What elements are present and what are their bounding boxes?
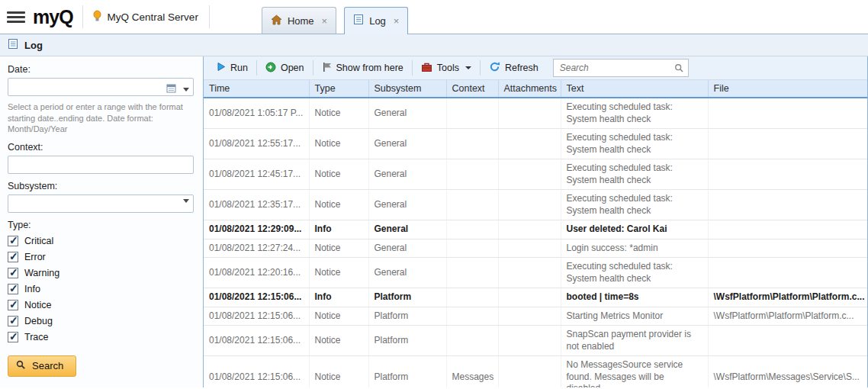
column-header-file[interactable]: File	[708, 80, 867, 98]
cell-time: 01/08/2021 12:35:17...	[204, 190, 309, 220]
type-checkbox-debug[interactable]: Debug	[8, 313, 194, 330]
tab-home[interactable]: Home ×	[262, 7, 336, 34]
cell-attachments	[498, 220, 561, 240]
date-field	[8, 78, 194, 96]
tab-log[interactable]: Log ×	[344, 7, 408, 34]
table-row[interactable]: 01/08/2021 12:15:06...InfoPlatformbooted…	[204, 288, 867, 307]
checkbox-critical[interactable]	[8, 236, 18, 246]
menu-icon[interactable]	[7, 11, 25, 23]
date-help-text: Select a period or enter a range with th…	[8, 101, 194, 135]
type-checkbox-warning[interactable]: Warning	[8, 265, 194, 281]
subsystem-select[interactable]	[8, 194, 194, 213]
type-option-label: Info	[24, 284, 40, 294]
cell-subsystem: Platform	[368, 307, 446, 326]
type-filter-list: CriticalErrorWarningInfoNoticeDebugTrace	[8, 233, 194, 346]
cell-subsystem: General	[368, 159, 446, 190]
cell-file	[708, 220, 867, 240]
cell-text: Executing scheduled task: System health …	[561, 98, 708, 129]
type-checkbox-error[interactable]: Error	[8, 249, 194, 265]
column-header-attachments[interactable]: Attachments	[498, 80, 561, 98]
table-row[interactable]: 01/08/2021 12:15:06...NoticePlatformSnap…	[204, 326, 867, 356]
cell-file	[708, 159, 867, 190]
type-checkbox-info[interactable]: Info	[8, 281, 194, 297]
toolbox-icon	[421, 62, 432, 75]
table-row[interactable]: 01/08/2021 12:15:06...NoticePlatformMess…	[204, 356, 867, 388]
cell-text: User deleted: Carol Kai	[561, 220, 708, 240]
table-row[interactable]: 01/08/2021 12:45:17...NoticeGeneralExecu…	[204, 159, 867, 190]
divider	[82, 5, 83, 28]
magnifier-icon	[674, 63, 684, 76]
column-header-type[interactable]: Type	[309, 80, 368, 98]
log-table-container[interactable]: TimeTypeSubsystemContextAttachmentsTextF…	[204, 80, 867, 387]
cell-context	[446, 98, 498, 129]
cell-text: Executing scheduled task: System health …	[561, 190, 708, 220]
column-header-subsystem[interactable]: Subsystem	[368, 80, 446, 98]
checkbox-info[interactable]	[8, 284, 18, 294]
cell-type: Notice	[309, 258, 368, 288]
column-header-time[interactable]: Time	[204, 80, 309, 98]
cell-text: No MessagesSource service found. Message…	[561, 356, 708, 388]
tab-strip: Home × Log ×	[262, 7, 409, 34]
checkbox-warning[interactable]	[8, 268, 18, 278]
cell-file	[708, 190, 867, 220]
cell-type: Notice	[309, 307, 368, 326]
cell-attachments	[498, 159, 561, 190]
type-option-label: Notice	[24, 300, 51, 310]
search-button[interactable]: Search	[8, 355, 76, 377]
cell-context	[446, 239, 498, 258]
cell-text: Executing scheduled task: System health …	[561, 129, 708, 159]
checkbox-trace[interactable]	[8, 332, 18, 342]
table-row[interactable]: 01/08/2021 12:15:06...NoticePlatformStar…	[204, 307, 867, 326]
type-option-label: Error	[24, 252, 46, 262]
log-table-body: 01/08/2021 1:05:17 P...NoticeGeneralExec…	[204, 98, 867, 387]
show-from-here-button[interactable]: Show from here	[315, 59, 410, 78]
cell-file	[708, 129, 867, 159]
cell-context: Messages	[446, 356, 498, 388]
table-row[interactable]: 01/08/2021 1:05:17 P...NoticeGeneralExec…	[204, 98, 867, 129]
type-option-label: Warning	[24, 268, 59, 278]
server-name-label: MyQ Central Server	[108, 11, 198, 23]
type-checkbox-trace[interactable]: Trace	[8, 330, 194, 346]
cell-file	[708, 98, 867, 129]
cell-subsystem: General	[368, 258, 446, 288]
context-input[interactable]	[8, 156, 194, 174]
open-button[interactable]: Open	[259, 59, 311, 78]
checkbox-notice[interactable]	[8, 300, 18, 310]
subsystem-dropdown-icon[interactable]	[183, 199, 189, 203]
cell-subsystem: General	[368, 98, 446, 129]
log-search-input[interactable]	[553, 59, 689, 77]
date-dropdown-icon[interactable]	[183, 88, 189, 92]
cell-type: Notice	[309, 129, 368, 159]
checkbox-debug[interactable]	[8, 316, 18, 326]
cell-time: 01/08/2021 12:15:06...	[204, 288, 309, 307]
column-header-text[interactable]: Text	[561, 80, 708, 98]
cell-context	[446, 159, 498, 190]
run-button[interactable]: Run	[210, 59, 255, 77]
filter-sidebar: Date: Select a period or enter a range w…	[0, 56, 203, 387]
top-bar: myQ MyQ Central Server Home × Log ×	[0, 0, 868, 34]
tab-home-close-icon[interactable]: ×	[322, 15, 328, 27]
log-search-field	[553, 59, 689, 77]
type-checkbox-critical[interactable]: Critical	[8, 233, 194, 249]
table-row[interactable]: 01/08/2021 12:29:09...InfoGeneralUser de…	[204, 220, 867, 240]
table-row[interactable]: 01/08/2021 12:20:16...NoticeGeneralExecu…	[204, 258, 867, 288]
tab-log-label: Log	[369, 15, 386, 27]
type-checkbox-notice[interactable]: Notice	[8, 297, 194, 313]
cell-type: Notice	[309, 190, 368, 220]
cell-type: Info	[309, 288, 368, 307]
table-row[interactable]: 01/08/2021 12:35:17...NoticeGeneralExecu…	[204, 190, 867, 220]
search-button-label: Search	[32, 360, 63, 371]
cell-file: \WsfPlatform\Messages\Service\S...	[708, 356, 867, 388]
refresh-icon	[489, 61, 500, 75]
checkbox-error[interactable]	[8, 252, 18, 262]
refresh-button[interactable]: Refresh	[482, 58, 545, 78]
cell-file: \WsfPlatform\Platform\Platform.c...	[708, 288, 867, 307]
table-row[interactable]: 01/08/2021 12:55:17...NoticeGeneralExecu…	[204, 129, 867, 159]
tools-button[interactable]: Tools	[414, 59, 478, 78]
context-label: Context:	[8, 142, 194, 153]
tab-log-close-icon[interactable]: ×	[394, 15, 400, 27]
calendar-icon[interactable]	[166, 82, 176, 96]
column-header-context[interactable]: Context	[446, 80, 498, 98]
cell-attachments	[498, 356, 561, 388]
table-row[interactable]: 01/08/2021 12:27:24...NoticeGeneralLogin…	[204, 239, 867, 258]
